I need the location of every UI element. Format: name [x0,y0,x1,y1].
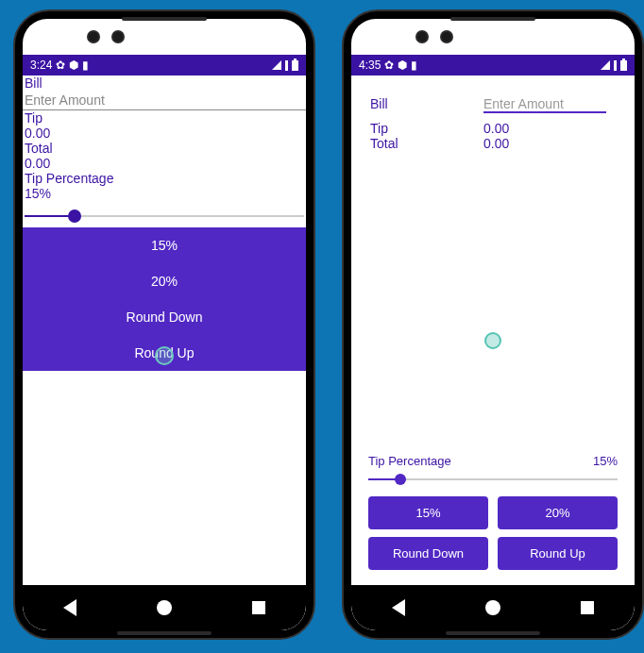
tip-15-button[interactable]: 15% [368,496,488,529]
total-value: 0.00 [483,136,616,151]
slider-thumb-icon[interactable] [68,209,81,223]
slider-thumb-icon[interactable] [395,474,406,485]
bill-label: Bill [370,96,483,113]
phone-right: 4:35 ✿ ⬢ ▮ Bill Tip 0.00 To [342,9,644,640]
tip-20-button[interactable]: 20% [23,263,306,299]
bag-icon: ▮ [411,59,417,72]
nav-recent-icon[interactable] [252,601,265,614]
status-time: 4:35 [359,59,381,72]
tip-pct-value: 15% [593,454,618,468]
total-label: Total [370,136,483,151]
bag-icon: ▮ [82,59,89,72]
bill-input[interactable] [23,91,306,110]
nav-bar [23,585,306,630]
signal-icon [614,60,617,71]
wifi-icon [272,60,281,70]
tip-pct-value: 15% [23,186,306,201]
nav-bar [351,585,635,630]
button-panel: 15% 20% Round Down Round Up [23,227,306,371]
tip-label: Tip [370,121,483,136]
round-up-button[interactable]: Round Up [498,537,618,570]
bill-label: Bill [23,75,306,91]
app-content-left: Bill Tip 0.00 Total 0.00 Tip Percentage … [23,75,306,585]
nav-back-icon[interactable] [63,599,76,616]
nav-home-icon[interactable] [485,600,500,615]
battery-icon [620,60,627,71]
speaker-icon [122,17,207,21]
gear-icon: ✿ [56,59,65,72]
round-down-button[interactable]: Round Down [23,299,306,335]
nav-back-icon[interactable] [392,599,405,616]
tip-value: 0.00 [23,126,306,141]
touch-ripple-icon [155,346,174,365]
tip-pct-label: Tip Percentage [368,454,451,468]
tip-slider[interactable] [368,470,618,489]
tip-20-button[interactable]: 20% [498,496,618,529]
tip-15-button[interactable]: 15% [23,227,306,263]
tip-value: 0.00 [483,121,616,136]
cameras-icon [415,30,453,43]
round-down-button[interactable]: Round Down [368,537,488,570]
nav-home-icon[interactable] [157,600,172,615]
gear-icon: ✿ [384,59,394,72]
tip-label: Tip [23,110,306,126]
status-bar: 3:24 ✿ ⬢ ▮ [23,55,306,75]
status-bar: 4:35 ✿ ⬢ ▮ [351,55,635,75]
battery-icon [292,60,298,71]
cameras-icon [87,30,125,43]
touch-ripple-icon [484,332,501,349]
shield-icon: ⬢ [69,59,78,72]
tip-slider[interactable] [25,205,304,227]
signal-icon [285,60,288,71]
bill-input[interactable] [483,96,606,113]
phone-left: 3:24 ✿ ⬢ ▮ Bill Tip 0.00 Total 0.00 Tip … [13,9,315,640]
total-value: 0.00 [23,156,306,171]
tip-pct-label: Tip Percentage [23,171,306,186]
speaker-icon [450,17,535,21]
shield-icon: ⬢ [398,59,407,72]
status-time: 3:24 [30,59,52,72]
nav-recent-icon[interactable] [581,601,594,614]
speaker-bottom-icon [446,631,540,635]
total-label: Total [23,141,306,156]
app-content-right: Bill Tip 0.00 Total 0.00 Tip Percentage … [351,75,635,585]
wifi-icon [601,60,610,70]
speaker-bottom-icon [117,631,212,635]
